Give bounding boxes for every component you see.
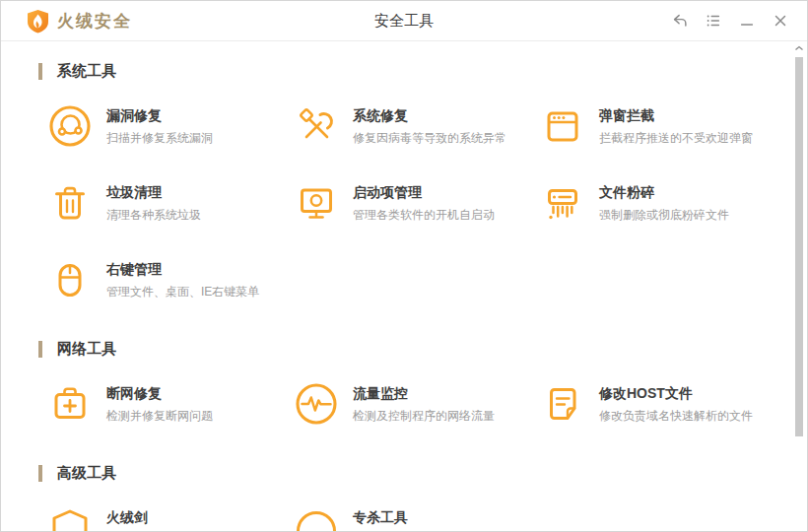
section-title: 网络工具 xyxy=(38,340,770,359)
tool-text: 修改HOST文件修改负责域名快速解析的文件 xyxy=(599,382,753,424)
section-title-label: 高级工具 xyxy=(57,464,116,483)
tool-item[interactable]: 垃圾清理清理各种系统垃圾 xyxy=(48,181,295,231)
tool-name: 弹窗拦截 xyxy=(599,106,753,124)
traffic-monitor-icon xyxy=(295,382,338,426)
section-title-label: 系统工具 xyxy=(57,62,116,81)
titlebar-buttons xyxy=(663,6,807,35)
context-menu-manager-icon xyxy=(48,258,92,301)
tool-name: 系统修复 xyxy=(353,106,506,124)
tools-grid: 断网修复检测并修复断网问题流量监控检测及控制程序的网络流量修改HOST文件修改负… xyxy=(48,382,770,432)
huorong-sword-icon xyxy=(48,506,92,532)
tool-desc: 拦截程序推送的不受欢迎弹窗 xyxy=(599,130,753,146)
system-repair-icon xyxy=(295,104,338,148)
tool-desc: 管理文件、桌面、IE右键菜单 xyxy=(106,284,259,299)
tool-desc: 清理各种系统垃圾 xyxy=(106,207,201,223)
back-button[interactable] xyxy=(663,6,697,35)
tool-item[interactable]: 专杀工具 xyxy=(295,506,541,532)
section-title: 系统工具 xyxy=(38,62,770,81)
tool-item[interactable]: 漏洞修复扫描并修复系统漏洞 xyxy=(48,104,295,154)
minimize-button[interactable] xyxy=(730,6,764,35)
host-file-icon xyxy=(541,382,584,426)
section-bar xyxy=(38,63,42,80)
close-icon xyxy=(772,12,789,30)
tool-name: 修改HOST文件 xyxy=(599,384,753,402)
tool-item[interactable]: 文件粉碎强制删除或彻底粉碎文件 xyxy=(541,181,770,231)
tool-text: 右键管理管理文件、桌面、IE右键菜单 xyxy=(106,258,259,299)
tool-desc: 管理各类软件的开机自启动 xyxy=(353,207,495,223)
tool-name: 火绒剑 xyxy=(106,508,148,526)
minimize-icon xyxy=(738,12,756,30)
network-repair-icon xyxy=(48,382,92,426)
tool-text: 启动项管理管理各类软件的开机自启动 xyxy=(353,181,495,223)
tool-name: 垃圾清理 xyxy=(106,183,201,201)
tool-item[interactable]: 断网修复检测并修复断网问题 xyxy=(48,382,295,432)
tool-item[interactable]: 启动项管理管理各类软件的开机自启动 xyxy=(295,181,541,231)
tools-content: 系统工具漏洞修复扫描并修复系统漏洞系统修复修复因病毒等导致的系统异常弹窗拦截拦截… xyxy=(1,62,807,532)
vulnerability-fix-icon xyxy=(48,104,92,148)
killer-tool-icon xyxy=(295,506,338,532)
section-bar xyxy=(38,341,42,358)
tool-name: 启动项管理 xyxy=(353,183,495,201)
tool-item[interactable]: 火绒剑 xyxy=(48,506,295,532)
popup-blocker-icon xyxy=(541,104,584,148)
tool-name: 断网修复 xyxy=(106,384,213,402)
startup-manager-icon xyxy=(295,181,338,225)
section-title-label: 网络工具 xyxy=(57,340,116,359)
tool-item[interactable]: 流量监控检测及控制程序的网络流量 xyxy=(295,382,541,432)
tool-text: 垃圾清理清理各种系统垃圾 xyxy=(106,181,201,223)
junk-clean-icon xyxy=(48,181,92,225)
app-name: 火绒安全 xyxy=(57,10,132,33)
tool-text: 弹窗拦截拦截程序推送的不受欢迎弹窗 xyxy=(599,104,753,146)
tool-desc: 检测并修复断网问题 xyxy=(106,408,213,424)
tool-desc: 强制删除或彻底粉碎文件 xyxy=(599,207,729,223)
tool-text: 漏洞修复扫描并修复系统漏洞 xyxy=(106,104,213,146)
app-brand: 火绒安全 xyxy=(1,9,132,33)
tool-desc: 检测及控制程序的网络流量 xyxy=(353,408,495,424)
tool-name: 专杀工具 xyxy=(353,508,408,526)
tool-desc: 修改负责域名快速解析的文件 xyxy=(599,408,753,424)
tool-text: 专杀工具 xyxy=(353,506,408,532)
scrollbar-thumb[interactable] xyxy=(795,57,803,436)
tool-text: 火绒剑 xyxy=(106,506,148,532)
tool-name: 流量监控 xyxy=(353,384,495,402)
section-title: 高级工具 xyxy=(38,464,770,483)
scroll-up-icon[interactable] xyxy=(794,41,804,55)
tool-item[interactable]: 修改HOST文件修改负责域名快速解析的文件 xyxy=(541,382,770,432)
tool-item[interactable]: 右键管理管理文件、桌面、IE右键菜单 xyxy=(48,258,295,307)
titlebar: 火绒安全 安全工具 xyxy=(1,1,807,41)
tools-grid: 漏洞修复扫描并修复系统漏洞系统修复修复因病毒等导致的系统异常弹窗拦截拦截程序推送… xyxy=(48,104,770,307)
tool-item[interactable]: 弹窗拦截拦截程序推送的不受欢迎弹窗 xyxy=(541,104,770,154)
tool-text: 流量监控检测及控制程序的网络流量 xyxy=(353,382,495,424)
tool-text: 系统修复修复因病毒等导致的系统异常 xyxy=(353,104,506,146)
tool-text: 文件粉碎强制删除或彻底粉碎文件 xyxy=(599,181,729,223)
tool-name: 文件粉碎 xyxy=(599,183,729,201)
tool-name: 右键管理 xyxy=(106,260,259,278)
file-shredder-icon xyxy=(541,181,584,225)
menu-button[interactable] xyxy=(697,6,730,35)
tool-desc: 修复因病毒等导致的系统异常 xyxy=(353,130,506,146)
tool-item[interactable]: 系统修复修复因病毒等导致的系统异常 xyxy=(295,104,541,154)
tool-desc: 扫描并修复系统漏洞 xyxy=(106,130,213,146)
menu-icon xyxy=(705,12,722,30)
close-button[interactable] xyxy=(764,6,797,35)
tool-name: 漏洞修复 xyxy=(106,106,213,124)
huorong-logo-icon xyxy=(27,9,49,33)
section-bar xyxy=(38,465,42,482)
back-icon xyxy=(671,12,689,30)
scrollbar xyxy=(793,41,805,531)
tools-grid: 火绒剑专杀工具 xyxy=(48,506,770,532)
tool-text: 断网修复检测并修复断网问题 xyxy=(106,382,213,424)
